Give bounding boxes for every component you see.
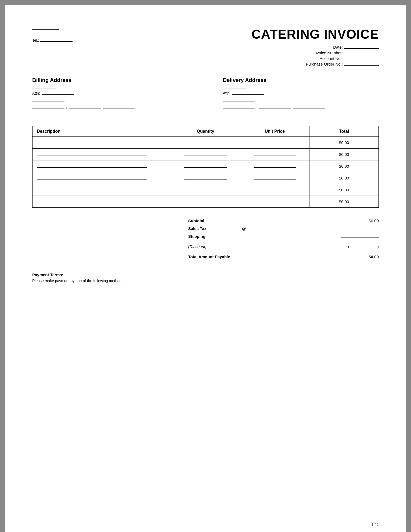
date-row: Date:	[251, 45, 379, 49]
delivery-attn-row: Attn:	[223, 91, 379, 95]
billing-city-blank	[32, 105, 64, 109]
account-no-label: Account No.:	[320, 56, 343, 61]
date-label: Date:	[333, 45, 343, 49]
company-state-blank	[66, 36, 98, 36]
qty-cell-6	[171, 196, 240, 208]
purchase-order-row: Purchase Order No.:	[251, 62, 379, 66]
total-cell-1: $0.00	[309, 137, 379, 149]
invoice-title: CATERING INVOICE	[251, 27, 379, 42]
price-cell-3	[240, 160, 309, 172]
purchase-order-label: Purchase Order No.:	[306, 62, 343, 66]
sales-tax-label: Sales Tax	[188, 226, 242, 231]
delivery-attn-label: Attn:	[223, 91, 231, 95]
tel-row: Tel.:	[32, 38, 132, 42]
billing-attn-row: Attn:	[32, 91, 188, 95]
price-cell-4	[240, 172, 309, 184]
header-left: , Tel.:	[32, 27, 132, 42]
price-cell-6	[240, 196, 309, 208]
discount-row: (Discount) ( )	[188, 242, 379, 249]
desc-cell-6	[33, 196, 171, 208]
price-cell-5	[240, 184, 309, 196]
desc-cell-1	[33, 137, 171, 149]
delivery-address-title: Delivery Address	[223, 77, 379, 83]
total-cell-3: $0.00	[309, 160, 379, 172]
totals-section: Subtotal $0.00 Sales Tax @ Shipping	[32, 218, 379, 259]
account-no-blank	[344, 60, 379, 60]
total-cell-2: $0.00	[309, 149, 379, 160]
delivery-address-block: Delivery Address Attn: ,	[223, 77, 379, 115]
billing-address-content: Attn: ,	[32, 88, 188, 115]
discount-label: (Discount)	[188, 244, 242, 249]
company-address1-blank	[32, 29, 59, 30]
page-number: 1 / 1	[372, 522, 379, 527]
shipping-row: Shipping	[188, 234, 379, 239]
delivery-phone-blank	[223, 112, 255, 115]
table-row: $0.00	[33, 184, 379, 196]
col-header-description: Description	[33, 126, 171, 137]
qty-cell-2	[171, 149, 240, 160]
header-right: CATERING INVOICE Date: Invoice Number: A…	[251, 27, 379, 66]
invoice-table: Description Quantity Unit Price Total $0…	[32, 126, 379, 208]
table-row: $0.00	[33, 196, 379, 208]
tel-blank	[40, 41, 73, 42]
total-cell-4: $0.00	[309, 172, 379, 184]
billing-attn-blank	[42, 94, 74, 95]
price-cell-2	[240, 149, 309, 160]
billing-name-blank	[32, 88, 56, 88]
discount-name-blank	[242, 244, 280, 248]
col-header-unit-price: Unit Price	[240, 126, 309, 137]
sales-tax-rate-blank	[248, 226, 280, 230]
table-row: $0.00	[33, 137, 379, 149]
table-row: $0.00	[33, 160, 379, 172]
company-name-blank	[32, 27, 64, 27]
price-cell-1	[240, 137, 309, 149]
billing-address1-blank	[32, 98, 64, 102]
total-amount-row: Total Amount Payable $0.00	[188, 252, 379, 259]
delivery-zip-blank	[293, 105, 325, 109]
table-row: $0.00	[33, 149, 379, 160]
billing-address-title: Billing Address	[32, 77, 188, 83]
delivery-address1-blank	[223, 98, 255, 102]
qty-cell-3	[171, 160, 240, 172]
payment-section: Payment Terms: Please make payment by on…	[32, 272, 379, 283]
billing-phone-blank	[32, 112, 64, 115]
addresses-section: Billing Address Attn: , Delivery Addr	[32, 77, 379, 115]
delivery-address-content: Attn: ,	[223, 88, 379, 115]
account-no-row: Account No.:	[251, 56, 379, 61]
invoice-fields: Date: Invoice Number: Account No.: Purch…	[251, 45, 379, 66]
qty-cell-4	[171, 172, 240, 184]
invoice-number-row: Invoice Number:	[251, 51, 379, 55]
delivery-city-row: ,	[223, 105, 379, 109]
desc-cell-4	[33, 172, 171, 184]
billing-state-blank	[69, 105, 101, 109]
col-header-total: Total	[309, 126, 379, 137]
desc-cell-3	[33, 160, 171, 172]
delivery-state-blank	[259, 105, 291, 109]
sales-tax-row: Sales Tax @	[188, 226, 379, 231]
delivery-name-blank	[223, 88, 247, 88]
company-city-blank	[32, 36, 62, 36]
invoice-number-blank	[344, 54, 379, 54]
header-section: , Tel.: CATERING INVOICE Date: Invoice N…	[32, 27, 379, 66]
billing-city-row: ,	[32, 105, 188, 109]
payment-text: Please make payment by one of the follow…	[32, 279, 379, 283]
subtotal-row: Subtotal $0.00	[188, 218, 379, 223]
shipping-value-blank	[341, 234, 379, 238]
discount-value-blank	[350, 244, 377, 248]
purchase-order-blank	[344, 65, 379, 66]
delivery-attn-blank	[232, 94, 264, 95]
total-cell-5: $0.00	[309, 184, 379, 196]
invoice-page: , Tel.: CATERING INVOICE Date: Invoice N…	[5, 5, 406, 532]
qty-cell-1	[171, 137, 240, 149]
payment-title: Payment Terms:	[32, 272, 379, 277]
total-amount-value: $0.00	[336, 254, 379, 259]
total-cell-6: $0.00	[309, 196, 379, 208]
subtotal-value: $0.00	[336, 218, 379, 223]
at-symbol: @	[242, 226, 246, 231]
tel-label: Tel.:	[32, 38, 39, 42]
total-amount-label: Total Amount Payable	[188, 254, 242, 259]
invoice-number-label: Invoice Number:	[313, 51, 343, 55]
delivery-city-blank	[223, 105, 255, 109]
shipping-label: Shipping	[188, 234, 242, 239]
sales-tax-value-blank	[341, 226, 379, 230]
